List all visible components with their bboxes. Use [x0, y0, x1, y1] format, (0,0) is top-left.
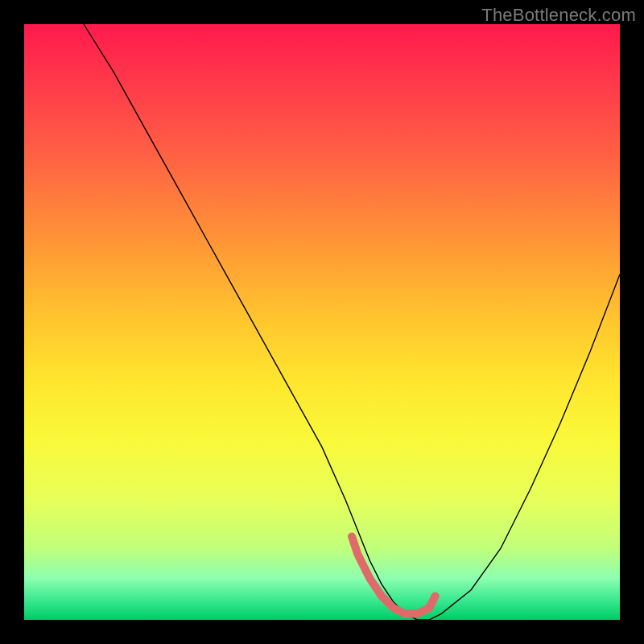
- plot-area: [24, 24, 620, 620]
- chart-frame: TheBottleneck.com: [0, 0, 644, 644]
- chart-svg: [24, 24, 620, 620]
- watermark-text: TheBottleneck.com: [481, 5, 636, 26]
- main-curve: [84, 24, 620, 620]
